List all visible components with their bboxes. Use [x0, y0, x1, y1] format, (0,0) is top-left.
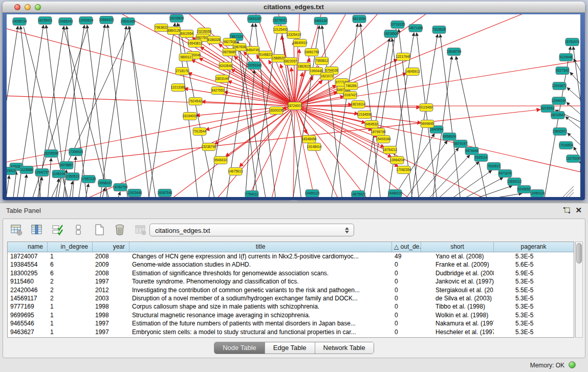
table-cell[interactable]: Hescheler et al. (1997): [421, 328, 494, 336]
citation-edge-black[interactable]: [570, 72, 580, 84]
network-node[interactable]: 12213389: [171, 84, 186, 92]
network-node[interactable]: 19148414: [307, 143, 322, 151]
citation-edge-black[interactable]: [179, 24, 215, 197]
network-node[interactable]: 7913544: [193, 128, 206, 136]
network-node[interactable]: 16087548: [158, 189, 172, 197]
network-node[interactable]: 9875685: [223, 49, 236, 56]
network-node[interactable]: 13964204: [390, 157, 405, 164]
citation-edge-black[interactable]: [460, 178, 503, 197]
table-cell[interactable]: 9699695: [8, 311, 48, 319]
table-cell[interactable]: 2003: [93, 294, 129, 302]
table-cell[interactable]: 0: [392, 319, 421, 327]
table-cell[interactable]: 5.3E-5: [494, 302, 573, 311]
network-node[interactable]: 12052624: [79, 17, 94, 25]
table-row[interactable]: 1938455462009Genome-wide association stu…: [8, 260, 574, 269]
network-node[interactable]: 9227343: [556, 67, 569, 75]
network-node[interactable]: 8860128: [167, 27, 181, 35]
table-cell[interactable]: 1: [48, 311, 93, 319]
table-cell[interactable]: 1997: [93, 319, 129, 327]
citation-edge-black[interactable]: [440, 34, 461, 197]
citation-edge-red[interactable]: [295, 106, 578, 197]
network-node[interactable]: 14055724: [12, 18, 27, 26]
table-cell[interactable]: 5.3E-5: [494, 311, 573, 319]
table-cell[interactable]: 1997: [93, 277, 129, 286]
network-node[interactable]: 1862615: [297, 63, 311, 71]
table-cell[interactable]: 2: [48, 286, 93, 294]
network-node[interactable]: 10465123: [305, 190, 320, 198]
table-cell[interactable]: Investigating the contribution of common…: [129, 286, 392, 294]
network-node[interactable]: 8471676: [498, 170, 512, 178]
network-node[interactable]: 8912954: [180, 30, 193, 38]
network-node[interactable]: 12325419: [287, 31, 301, 39]
table-cell[interactable]: 1997: [93, 328, 129, 336]
network-node[interactable]: 17082354: [397, 166, 411, 174]
table-cell[interactable]: 5.3E-5: [494, 294, 573, 302]
citation-edge-black[interactable]: [78, 25, 105, 197]
citation-edge-black[interactable]: [117, 192, 120, 197]
delete-column-icon[interactable]: [113, 224, 126, 237]
column-header-year[interactable]: year: [93, 242, 129, 252]
network-node[interactable]: 18640910: [293, 39, 308, 47]
table-cell[interactable]: Jankovic et al. (1997): [421, 277, 494, 286]
table-cell[interactable]: Genome-wide association studies in ADHD.: [129, 260, 392, 269]
network-view-canvas[interactable]: 1405572416235401109652431205262420584323…: [7, 14, 580, 197]
network-node[interactable]: 1350513: [66, 173, 79, 181]
table-row[interactable]: 2242004622012Investigating the contribut…: [8, 286, 574, 294]
network-node[interactable]: 15751074: [565, 38, 580, 46]
table-cell[interactable]: Nakamura et al. (1997): [421, 319, 494, 327]
table-cell[interactable]: 49: [392, 252, 421, 260]
table-cell[interactable]: Tourette syndrome. Phenomenology and cla…: [129, 277, 392, 286]
citation-edge-black[interactable]: [331, 24, 358, 197]
network-node[interactable]: 7955812: [315, 57, 329, 65]
network-node[interactable]: 16754211: [383, 146, 398, 154]
table-cell[interactable]: Estimation of significance thresholds fo…: [129, 269, 392, 277]
tab-edge-table[interactable]: Edge Table: [265, 342, 315, 354]
network-node[interactable]: 8813054: [353, 15, 366, 23]
table-cell[interactable]: 0: [392, 311, 421, 319]
network-node[interactable]: 11675330: [566, 155, 580, 163]
column-header-title[interactable]: title: [129, 242, 392, 252]
delete-table-icon[interactable]: [134, 224, 147, 237]
network-node[interactable]: 14845913: [405, 68, 420, 76]
table-cell[interactable]: 18724007: [8, 252, 48, 260]
table-cell[interactable]: 0: [392, 328, 421, 336]
column-header-out-de-[interactable]: △ out_de...: [392, 242, 421, 252]
table-row[interactable]: 1830029562008Estimation of significance …: [8, 269, 574, 277]
citation-edge-black[interactable]: [567, 102, 580, 114]
table-cell[interactable]: 9463627: [8, 328, 48, 336]
citation-edge-black[interactable]: [63, 27, 110, 197]
table-cell[interactable]: 2008: [93, 269, 129, 277]
table-cell[interactable]: 0: [392, 269, 421, 277]
network-node[interactable]: 10653287: [247, 15, 262, 23]
network-node[interactable]: 746266: [344, 82, 358, 90]
network-node[interactable]: 10965243: [58, 18, 73, 26]
tab-network-table[interactable]: Network Table: [315, 342, 374, 354]
network-node[interactable]: 17359924: [69, 148, 83, 156]
network-node[interactable]: 18348456: [302, 136, 317, 143]
network-node[interactable]: 12450124: [530, 190, 545, 198]
network-node[interactable]: 9245652: [517, 186, 531, 193]
network-node[interactable]: 7632621: [487, 163, 500, 170]
citation-edge-black[interactable]: [107, 25, 128, 197]
table-vertical-scrollbar[interactable]: [575, 242, 583, 338]
table-cell[interactable]: 0: [392, 277, 421, 286]
network-node[interactable]: 16548794: [447, 48, 462, 56]
citation-edge-black[interactable]: [129, 27, 156, 197]
citation-edge-black[interactable]: [13, 171, 16, 197]
network-node[interactable]: 16210643: [551, 112, 565, 119]
network-node[interactable]: 16489220: [388, 190, 403, 198]
citation-edge-black[interactable]: [48, 158, 51, 197]
table-cell[interactable]: 9465546: [8, 319, 48, 327]
citation-edge-black[interactable]: [148, 23, 175, 197]
table-selector-dropdown[interactable]: citations_edges.txt: [149, 224, 354, 236]
table-cell[interactable]: 5.3E-5: [494, 319, 573, 327]
network-node[interactable]: 9975887: [60, 162, 73, 169]
table-cell[interactable]: 2: [48, 294, 93, 302]
network-node[interactable]: 7963822: [155, 24, 168, 32]
table-cell[interactable]: 5.6E-5: [494, 260, 573, 269]
table-row[interactable]: 946362711997Embryonic stem cells: a mode…: [8, 328, 574, 336]
table-cell[interactable]: 2008: [93, 252, 129, 260]
table-cell[interactable]: Wolkin et al. (1998): [421, 311, 494, 319]
float-panel-icon[interactable]: [563, 207, 571, 214]
network-node[interactable]: 10167427: [343, 92, 358, 99]
